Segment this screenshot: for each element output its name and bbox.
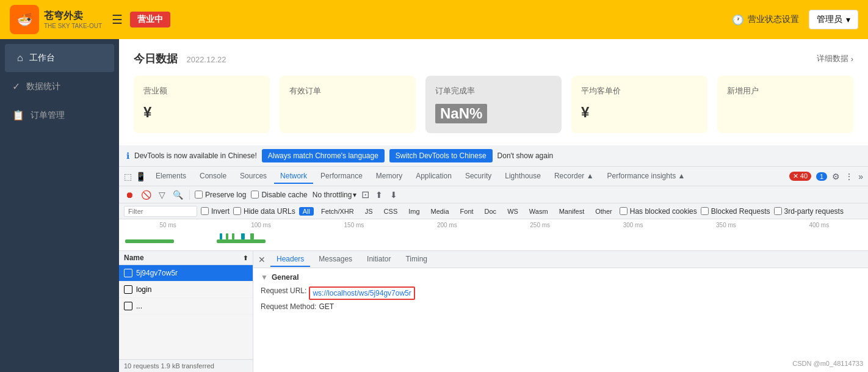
requests-header: Name ⬆: [119, 251, 253, 265]
sidebar-item-workbench[interactable]: ⌂ 工作台: [5, 44, 114, 72]
timeline-bar-7: [250, 233, 254, 239]
filter-tag-other[interactable]: Other: [591, 207, 616, 216]
sidebar-item-stats[interactable]: ✓ 数据统计: [0, 72, 119, 101]
device-icon[interactable]: 📱: [136, 172, 146, 181]
logo-text: 苍穹外卖 THE SKY TAKE-OUT: [44, 10, 102, 29]
tab-security[interactable]: Security: [459, 169, 497, 184]
cursor-icon[interactable]: ⬚: [124, 172, 132, 181]
tab-recorder[interactable]: Recorder ▲: [548, 169, 600, 184]
dashboard-detail-link[interactable]: 详细数据 ›: [817, 53, 853, 64]
stats-grid: 营业额 ¥ 有效订单 订单完成率 NaN% 平均客单价 ¥ 新增用户: [134, 76, 853, 133]
filter-tag-manifest[interactable]: Manifest: [555, 207, 588, 216]
network-body: Name ⬆ 5j94gv7ow5r login ...: [119, 251, 868, 372]
btn-dismiss[interactable]: Don't show again: [497, 151, 554, 160]
tab-application[interactable]: Application: [410, 169, 458, 184]
tab-lighthouse[interactable]: Lighthouse: [499, 169, 547, 184]
scroll-indicator[interactable]: ⬆: [243, 255, 248, 261]
tick-50ms: 50 ms: [121, 222, 214, 228]
tab-console[interactable]: Console: [193, 169, 233, 184]
stat-value-revenue: ¥: [143, 104, 260, 121]
request-item-2[interactable]: ...: [119, 298, 253, 315]
filter-tag-wasm[interactable]: Wasm: [526, 207, 552, 216]
filter-tag-media[interactable]: Media: [427, 207, 453, 216]
stat-card-revenue: 营业额 ¥: [134, 76, 270, 133]
third-party-input[interactable]: [774, 207, 782, 215]
preserve-log-input[interactable]: [195, 191, 203, 199]
throttling-dropdown[interactable]: No throttling ▾: [313, 191, 357, 199]
tab-perf-insights[interactable]: Performance insights ▲: [601, 169, 692, 184]
chevron-down-icon: ▾: [353, 191, 356, 199]
tab-sources[interactable]: Sources: [234, 169, 273, 184]
dock-icon[interactable]: »: [858, 172, 863, 181]
disable-cache-input[interactable]: [251, 191, 259, 199]
import-btn[interactable]: ⬆: [374, 189, 384, 201]
detail-tab-initiator[interactable]: Initiator: [361, 252, 397, 267]
filter-tag-js[interactable]: JS: [361, 207, 377, 216]
business-badge[interactable]: 营业中: [130, 12, 170, 27]
tab-network[interactable]: Network: [274, 169, 313, 184]
detail-content: ▼ General Request URL: ws://localhost/ws…: [253, 268, 868, 372]
record-button[interactable]: ⏺: [124, 189, 135, 201]
filter-input[interactable]: [124, 206, 197, 217]
search-button[interactable]: 🔍: [172, 189, 184, 201]
has-blocked-input[interactable]: [620, 207, 627, 215]
logo: 🍜 苍穹外卖 THE SKY TAKE-OUT: [10, 5, 102, 34]
request-item-1[interactable]: login: [119, 282, 253, 298]
clock-icon: 🕐: [732, 14, 744, 26]
export-btn[interactable]: ⬇: [389, 189, 399, 201]
hide-data-urls-checkbox[interactable]: Hide data URLs: [233, 207, 295, 216]
invert-checkbox[interactable]: Invert: [201, 207, 230, 216]
detail-tab-timing[interactable]: Timing: [399, 252, 433, 267]
settings-icon[interactable]: ⚙: [832, 172, 840, 181]
filter-tag-img[interactable]: Img: [405, 207, 423, 216]
orders-icon: 📋: [12, 109, 24, 121]
business-status[interactable]: 🕐 营业状态设置: [732, 14, 799, 26]
filter-tag-fetchxhr[interactable]: Fetch/XHR: [317, 207, 358, 216]
filter-tag-font[interactable]: Font: [457, 207, 477, 216]
blocked-requests-checkbox[interactable]: Blocked Requests: [701, 207, 770, 216]
timeline-bar-1: [125, 239, 174, 243]
invert-input[interactable]: [201, 207, 209, 215]
filter-tag-doc[interactable]: Doc: [481, 207, 501, 216]
admin-dropdown[interactable]: 管理员 ▾: [809, 10, 858, 29]
has-blocked-checkbox[interactable]: Has blocked cookies: [620, 207, 697, 216]
field-row-method: Request Method: GET: [261, 302, 861, 311]
btn-always-match-language[interactable]: Always match Chrome's language: [262, 149, 385, 162]
separator-1: [189, 190, 190, 200]
message-badge: 1: [816, 172, 827, 181]
tab-memory[interactable]: Memory: [370, 169, 408, 184]
info-icon: ℹ: [126, 151, 129, 161]
close-detail-button[interactable]: ✕: [258, 255, 266, 264]
detail-tab-headers[interactable]: Headers: [270, 252, 310, 267]
triangle-icon[interactable]: ▼: [261, 273, 268, 282]
clear-button[interactable]: 🚫: [140, 189, 153, 201]
requests-header-label: Name: [124, 253, 144, 262]
logo-sub: THE SKY TAKE-OUT: [44, 23, 102, 29]
timeline-bar-5: [232, 233, 234, 239]
dashboard-title: 今日数据: [134, 53, 178, 65]
filter-tag-ws[interactable]: WS: [504, 207, 522, 216]
sidebar-item-orders[interactable]: 📋 订单管理: [0, 101, 119, 129]
tab-elements[interactable]: Elements: [150, 169, 192, 184]
btn-switch-chinese[interactable]: Switch DevTools to Chinese: [389, 149, 493, 162]
filter-icon-btn[interactable]: ▽: [157, 189, 167, 201]
menu-icon[interactable]: ☰: [112, 12, 123, 27]
filter-tag-css[interactable]: CSS: [380, 207, 402, 216]
disable-cache-checkbox[interactable]: Disable cache: [251, 191, 307, 199]
chevron-down-icon: ▾: [846, 15, 850, 24]
tab-performance[interactable]: Performance: [314, 169, 369, 184]
more-icon[interactable]: ⋮: [845, 172, 853, 181]
detail-tab-messages[interactable]: Messages: [313, 252, 358, 267]
dashboard-header: 今日数据 2022.12.22 详细数据 ›: [134, 51, 853, 66]
preserve-log-checkbox[interactable]: Preserve log: [195, 191, 246, 199]
devtools-tab-tools: ✕ 40 1 ⚙ ⋮ »: [789, 172, 863, 181]
tick-350ms: 350 ms: [679, 222, 772, 228]
field-label-url: Request URL:: [261, 286, 306, 300]
tick-150ms: 150 ms: [308, 222, 400, 228]
filter-tag-all[interactable]: All: [299, 207, 314, 216]
request-item-0[interactable]: 5j94gv7ow5r: [119, 265, 253, 282]
blocked-requests-input[interactable]: [701, 207, 709, 215]
field-value-url[interactable]: ws://localhost/ws/5j94gv7ow5r: [309, 286, 414, 300]
third-party-checkbox[interactable]: 3rd-party requests: [774, 207, 844, 216]
hide-data-urls-input[interactable]: [233, 207, 241, 215]
